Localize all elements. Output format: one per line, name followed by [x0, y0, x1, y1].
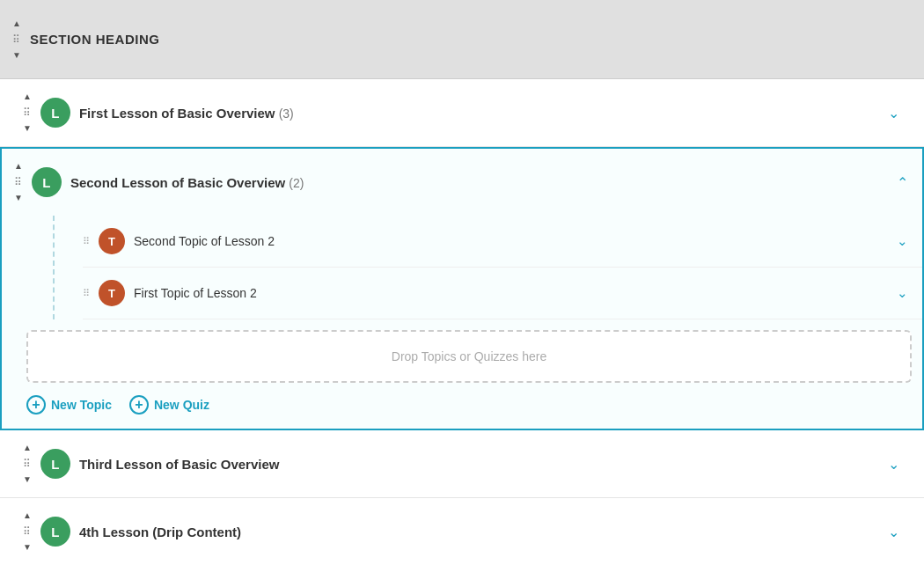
lesson-2-header: ▲ ⠿ ▼ L Second Lesson of Basic Overview … — [2, 149, 922, 216]
topic-2-avatar: T — [99, 280, 125, 306]
lesson-4-title: 4th Lesson (Drip Content) — [79, 525, 884, 539]
section-drag-handle[interactable]: ⠿ — [12, 33, 21, 46]
lesson-row-3: ▲ ⠿ ▼ L Third Lesson of Basic Overview ⌄ — [0, 430, 924, 498]
topic-row-2: ⠿ T First Topic of Lesson 2 ⌄ — [83, 268, 922, 319]
lesson-1-controls: ▲ ⠿ ▼ — [21, 91, 33, 135]
lesson-2-controls: ▲ ⠿ ▼ — [12, 160, 25, 204]
lesson-4-drag-handle[interactable]: ⠿ — [23, 525, 32, 538]
lesson-4-chevron-down[interactable]: ▼ — [21, 541, 33, 554]
lesson-2-chevron-up[interactable]: ▲ — [12, 160, 25, 172]
lesson-3-controls: ▲ ⠿ ▼ — [21, 442, 33, 486]
topic-1-title: Second Topic of Lesson 2 — [134, 234, 893, 248]
lesson-4-expand-btn[interactable]: ⌄ — [884, 520, 903, 544]
lesson-3-chevron-up[interactable]: ▲ — [21, 442, 33, 454]
lesson-1-drag-handle[interactable]: ⠿ — [23, 106, 32, 119]
topic-2-drag-handle[interactable]: ⠿ — [83, 288, 90, 299]
lesson-1-avatar: L — [40, 98, 70, 128]
topic-1-drag-handle[interactable]: ⠿ — [83, 236, 90, 247]
lesson-2-drag-handle[interactable]: ⠿ — [14, 176, 23, 188]
lesson-2-content: ⠿ T Second Topic of Lesson 2 ⌄ ⠿ T First… — [2, 216, 922, 429]
new-topic-icon: + — [26, 395, 46, 415]
lesson-3-title: Third Lesson of Basic Overview — [79, 457, 884, 472]
section-controls: ▲ ⠿ ▼ — [11, 18, 23, 62]
topic-2-title: First Topic of Lesson 2 — [134, 286, 893, 300]
lesson-2-count: (2) — [289, 176, 304, 190]
lesson-4-controls: ▲ ⠿ ▼ — [21, 510, 33, 554]
lesson-2-avatar: L — [32, 167, 62, 197]
lesson-1-expand-btn[interactable]: ⌄ — [884, 101, 903, 125]
new-topic-button[interactable]: + New Topic — [26, 395, 112, 415]
lesson-1-header: ▲ ⠿ ▼ L First Lesson of Basic Overview (… — [11, 79, 913, 146]
lesson-2-title: Second Lesson of Basic Overview (2) — [70, 175, 893, 190]
lesson-4-chevron-up[interactable]: ▲ — [21, 510, 33, 522]
lesson-row-2: ▲ ⠿ ▼ L Second Lesson of Basic Overview … — [0, 147, 924, 430]
lesson-row-1: ▲ ⠿ ▼ L First Lesson of Basic Overview (… — [0, 79, 924, 147]
lesson-4-header: ▲ ⠿ ▼ L 4th Lesson (Drip Content) ⌄ — [11, 498, 913, 565]
lesson-1-chevron-up[interactable]: ▲ — [21, 91, 33, 103]
course-list: ▲ ⠿ ▼ SECTION HEADING ▲ ⠿ ▼ L First Less… — [0, 0, 924, 565]
lesson-2-collapse-btn[interactable]: ⌃ — [893, 171, 912, 194]
section-chevron-down[interactable]: ▼ — [11, 49, 23, 62]
lesson-3-avatar: L — [40, 449, 70, 479]
lesson-4-avatar: L — [40, 517, 70, 547]
topic-list: ⠿ T Second Topic of Lesson 2 ⌄ ⠿ T First… — [53, 216, 922, 319]
topic-1-expand-btn[interactable]: ⌄ — [893, 230, 912, 253]
lesson-2-chevron-down[interactable]: ▼ — [12, 192, 25, 204]
lesson-1-count: (3) — [279, 106, 294, 121]
lesson-1-chevron-down[interactable]: ▼ — [21, 122, 33, 135]
topic-1-avatar: T — [99, 228, 125, 254]
lesson-row-4: ▲ ⠿ ▼ L 4th Lesson (Drip Content) ⌄ — [0, 498, 924, 565]
new-quiz-icon: + — [129, 395, 149, 415]
lesson-3-expand-btn[interactable]: ⌄ — [884, 452, 903, 476]
drop-zone[interactable]: Drop Topics or Quizzes here — [26, 330, 912, 383]
section-heading-row: ▲ ⠿ ▼ SECTION HEADING — [0, 0, 924, 79]
add-buttons: + New Topic + New Quiz — [26, 383, 922, 429]
lesson-1-title: First Lesson of Basic Overview (3) — [79, 106, 884, 121]
topic-row-1: ⠿ T Second Topic of Lesson 2 ⌄ — [83, 216, 922, 268]
lesson-3-header: ▲ ⠿ ▼ L Third Lesson of Basic Overview ⌄ — [11, 430, 913, 497]
section-chevron-up[interactable]: ▲ — [11, 18, 23, 30]
new-quiz-button[interactable]: + New Quiz — [129, 395, 209, 415]
lesson-3-drag-handle[interactable]: ⠿ — [23, 458, 32, 470]
section-title: SECTION HEADING — [30, 32, 913, 47]
topic-2-expand-btn[interactable]: ⌄ — [893, 282, 912, 305]
lesson-3-chevron-down[interactable]: ▼ — [21, 473, 33, 486]
